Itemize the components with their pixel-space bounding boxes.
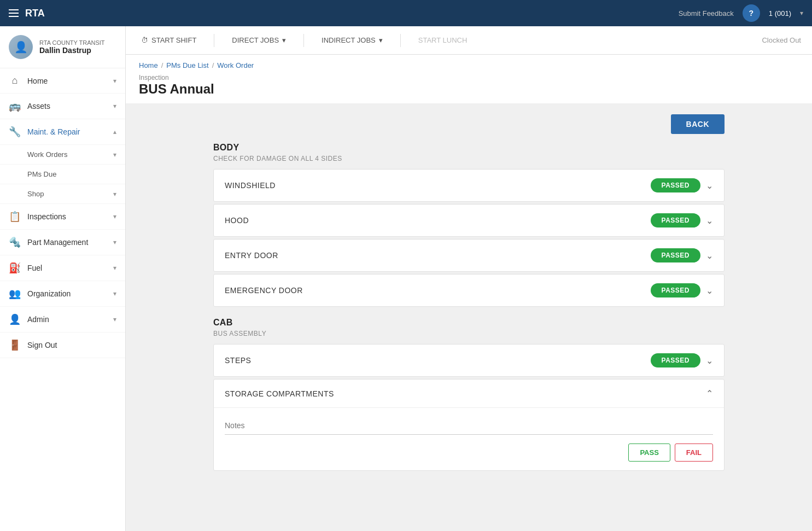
- sidebar-item-maint-repair[interactable]: 🔧 Maint. & Repair ▴: [0, 119, 125, 145]
- start-shift-button[interactable]: ⏱ START SHIFT: [137, 34, 201, 46]
- fail-button[interactable]: FAIL: [675, 444, 713, 462]
- feedback-button[interactable]: ?: [743, 4, 760, 22]
- chevron-down-icon: ▾: [113, 151, 116, 159]
- user-profile: 👤 RTA COUNTY TRANSIT Dallin Dastrup: [0, 26, 125, 68]
- user-name: Dallin Dastrup: [39, 46, 105, 55]
- body-section-title: BODY: [213, 143, 725, 153]
- inspection-item-entry-door: ENTRY DOOR PASSED ⌄: [213, 239, 725, 272]
- chevron-down-icon[interactable]: ⌄: [706, 355, 713, 366]
- start-shift-label: START SHIFT: [151, 36, 196, 44]
- sidebar-item-home[interactable]: ⌂ Home ▾: [0, 68, 125, 94]
- breadcrumb-sep: /: [212, 61, 214, 69]
- item-label: ENTRY DOOR: [225, 251, 278, 260]
- indirect-jobs-arrow-icon: ▾: [379, 36, 383, 44]
- sidebar-item-admin[interactable]: 👤 Admin ▾: [0, 307, 125, 332]
- item-label: WINDSHIELD: [225, 181, 276, 190]
- cab-section-subtitle: BUS ASSEMBLY: [213, 330, 725, 337]
- app-title: RTA: [25, 8, 45, 19]
- inspection-item-storage-compartments: STORAGE COMPARTMENTS ⌃ PASS FAIL: [213, 379, 725, 471]
- direct-jobs-arrow-icon: ▾: [282, 36, 286, 44]
- divider: [214, 34, 214, 47]
- inspection-item-hood: HOOD PASSED ⌄: [213, 204, 725, 237]
- sidebar-item-assets[interactable]: 🚌 Assets ▾: [0, 94, 125, 119]
- sidebar-item-label: Inspections: [27, 212, 66, 221]
- page-content: Home / PMs Due List / Work Order Inspect…: [126, 55, 812, 531]
- breadcrumb-sep: /: [161, 61, 163, 69]
- sidebar-item-organization[interactable]: 👥 Organization ▾: [0, 281, 125, 307]
- chevron-up-icon: ▴: [113, 128, 116, 136]
- chevron-down-icon[interactable]: ⌄: [706, 285, 713, 296]
- clocked-out-status: Clocked Out: [762, 36, 801, 44]
- breadcrumb-work-order[interactable]: Work Order: [217, 61, 254, 69]
- user-info: RTA COUNTY TRANSIT Dallin Dastrup: [39, 39, 105, 55]
- passed-badge: PASSED: [651, 283, 700, 297]
- sidebar-item-label: Maint. & Repair: [27, 127, 80, 136]
- chevron-down-icon: ▾: [113, 77, 116, 85]
- sidebar-sub-label: Shop: [27, 190, 44, 198]
- chevron-down-icon: ▾: [113, 190, 116, 198]
- back-button[interactable]: BACK: [671, 114, 725, 134]
- item-label: EMERGENCY DOOR: [225, 286, 303, 295]
- sidebar-item-label: Sign Out: [27, 341, 57, 349]
- clock-icon: ⏱: [141, 36, 148, 44]
- chevron-up-icon[interactable]: ⌃: [706, 388, 713, 399]
- inspection-item-steps: STEPS PASSED ⌄: [213, 344, 725, 377]
- hamburger-icon[interactable]: [9, 9, 19, 17]
- passed-badge: PASSED: [651, 353, 700, 367]
- body-section-subtitle: CHECK FOR DAMAGE ON ALL 4 SIDES: [213, 155, 725, 162]
- sidebar-item-label: Part Management: [27, 238, 88, 247]
- chevron-down-icon[interactable]: ⌄: [706, 250, 713, 261]
- chevron-down-icon: ▾: [113, 316, 116, 323]
- sidebar-item-fuel[interactable]: ⛽ Fuel ▾: [0, 255, 125, 281]
- indirect-jobs-button[interactable]: INDIRECT JOBS ▾: [317, 34, 387, 46]
- pass-button[interactable]: PASS: [628, 444, 670, 462]
- avatar-image: 👤: [9, 35, 33, 59]
- user-count: 1 (001): [769, 9, 791, 17]
- start-lunch-label: START LUNCH: [418, 36, 468, 44]
- sidebar-item-label: Assets: [27, 102, 50, 110]
- notes-input[interactable]: [225, 417, 713, 435]
- cab-section-title: CAB: [213, 318, 725, 328]
- passed-badge: PASSED: [651, 178, 700, 192]
- sidebar-item-inspections[interactable]: 📋 Inspections ▾: [0, 204, 125, 230]
- sidebar-item-shop[interactable]: Shop ▾: [0, 184, 125, 204]
- breadcrumb-home[interactable]: Home: [139, 61, 158, 69]
- chevron-down-icon: ▾: [113, 290, 116, 297]
- storage-body: PASS FAIL: [214, 407, 724, 470]
- back-btn-row: BACK: [213, 114, 725, 134]
- chevron-down-icon[interactable]: ⌄: [706, 215, 713, 226]
- inspection-content: BACK BODY CHECK FOR DAMAGE ON ALL 4 SIDE…: [126, 103, 812, 493]
- cab-section: CAB BUS ASSEMBLY STEPS PASSED ⌄ STORAGE …: [213, 318, 725, 471]
- breadcrumb-pms-due-list[interactable]: PMs Due List: [166, 61, 208, 69]
- sidebar-sub-label: PMs Due: [27, 170, 56, 178]
- action-row: PASS FAIL: [225, 444, 713, 462]
- chevron-down-icon: ▾: [113, 264, 116, 272]
- content-area: ⏱ START SHIFT DIRECT JOBS ▾ INDIRECT JOB…: [126, 26, 812, 531]
- page-subtitle: Inspection: [139, 74, 799, 81]
- page-heading: Inspection BUS Annual: [139, 74, 799, 103]
- sidebar-item-pms-due[interactable]: PMs Due: [0, 165, 125, 184]
- topbar: RTA Submit Feedback ? 1 (001) ▾: [0, 0, 812, 26]
- sidebar: 👤 RTA COUNTY TRANSIT Dallin Dastrup ⌂ Ho…: [0, 26, 126, 531]
- indirect-jobs-label: INDIRECT JOBS: [322, 36, 376, 44]
- direct-jobs-button[interactable]: DIRECT JOBS ▾: [227, 34, 290, 46]
- sidebar-item-part-management[interactable]: 🔩 Part Management ▾: [0, 230, 125, 255]
- item-label: STEPS: [225, 356, 251, 365]
- chevron-down-icon[interactable]: ⌄: [706, 180, 713, 191]
- topbar-left: RTA: [9, 8, 45, 19]
- avatar: 👤: [9, 35, 33, 59]
- part-management-icon: 🔩: [9, 236, 21, 248]
- dropdown-arrow-icon[interactable]: ▾: [800, 9, 803, 17]
- divider: [400, 34, 401, 47]
- chevron-down-icon: ▾: [113, 238, 116, 246]
- sidebar-item-sign-out[interactable]: 🚪 Sign Out: [0, 332, 125, 358]
- start-lunch-button[interactable]: START LUNCH: [414, 34, 472, 46]
- page-title: BUS Annual: [139, 81, 799, 97]
- passed-badge: PASSED: [651, 213, 700, 227]
- storage-header[interactable]: STORAGE COMPARTMENTS ⌃: [214, 380, 724, 407]
- wrench-icon: 🔧: [9, 126, 21, 138]
- breadcrumb: Home / PMs Due List / Work Order: [139, 61, 799, 69]
- admin-icon: 👤: [9, 313, 21, 325]
- submit-feedback-label: Submit Feedback: [679, 9, 734, 17]
- sidebar-item-work-orders[interactable]: Work Orders ▾: [0, 145, 125, 165]
